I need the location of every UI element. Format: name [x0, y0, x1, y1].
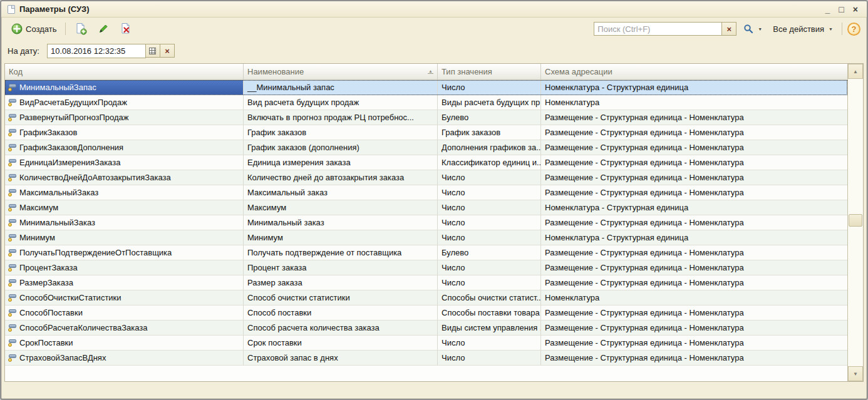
- cell-scheme[interactable]: Номенклатура: [541, 95, 847, 110]
- cell-name[interactable]: Срок поставки: [244, 336, 438, 351]
- close-icon[interactable]: ×: [853, 5, 858, 14]
- cell-type[interactable]: Число: [438, 170, 541, 185]
- scrollbar-thumb[interactable]: [849, 214, 862, 227]
- cell-scheme[interactable]: Размещение - Структурная единица - Номен…: [541, 155, 847, 170]
- column-header-type[interactable]: Тип значения: [438, 64, 541, 79]
- cell-scheme[interactable]: Размещение - Структурная единица - Номен…: [541, 185, 847, 200]
- cell-name[interactable]: Способ очистки статистики: [244, 290, 438, 305]
- table-row[interactable]: ГрафикЗаказов График заказов График зака…: [5, 125, 847, 140]
- cell-name[interactable]: Вид расчета будущих продаж: [244, 95, 438, 110]
- cell-name[interactable]: Минимум: [244, 230, 438, 245]
- cell-name[interactable]: Включать в прогноз продаж РЦ потребнос..…: [244, 110, 438, 125]
- cell-name[interactable]: Получать подтверждение от поставщика: [244, 245, 438, 260]
- cell-type[interactable]: Способы очистки статист...: [438, 290, 541, 305]
- cell-name[interactable]: График заказов (дополнения): [244, 140, 438, 155]
- cell-type[interactable]: Виды расчета будущих пр...: [438, 95, 541, 110]
- cell-scheme[interactable]: Размещение - Структурная единица - Номен…: [541, 321, 847, 336]
- cell-name[interactable]: Минимальный заказ: [244, 215, 438, 230]
- cell-code: РазвернутыйПрогнозПродаж: [19, 113, 129, 122]
- cell-scheme[interactable]: Размещение - Структурная единица - Номен…: [541, 275, 847, 290]
- column-header-scheme[interactable]: Схема адресации: [541, 64, 847, 79]
- column-header-name[interactable]: Наименование ▲: [244, 64, 438, 79]
- scroll-down-button[interactable]: ▼: [848, 366, 863, 381]
- table-row[interactable]: ЕдиницаИзмеренияЗаказа Единица измерения…: [5, 155, 847, 170]
- cell-scheme[interactable]: Номенклатура - Структурная единица: [541, 200, 847, 215]
- cell-type[interactable]: График заказов: [438, 125, 541, 140]
- cell-name[interactable]: Количество дней до автозакрытия заказа: [244, 170, 438, 185]
- cell-scheme[interactable]: Размещение - Структурная единица - Номен…: [541, 260, 847, 275]
- table-row[interactable]: Максимум Максимум Число Номенклатура - С…: [5, 200, 847, 215]
- all-actions-button[interactable]: Все действия ▼: [769, 22, 837, 36]
- cell-type[interactable]: Число: [438, 185, 541, 200]
- cell-scheme[interactable]: Размещение - Структурная единица - Номен…: [541, 140, 847, 155]
- cell-type[interactable]: Виды систем управления ...: [438, 321, 541, 336]
- maximize-icon[interactable]: □: [839, 5, 844, 14]
- copy-button[interactable]: [71, 20, 91, 38]
- search-options-button[interactable]: ▼: [740, 21, 766, 36]
- search-input[interactable]: [594, 22, 722, 36]
- cell-type[interactable]: Число: [438, 80, 541, 95]
- table-row[interactable]: СпособОчисткиСтатистики Способ очистки с…: [5, 290, 847, 305]
- table-row[interactable]: КоличествоДнейДоАвтозакрытияЗаказа Колич…: [5, 170, 847, 185]
- table-row[interactable]: ПолучатьПодтверждениеОтПоставщика Получа…: [5, 245, 847, 260]
- cell-type[interactable]: Число: [438, 230, 541, 245]
- table-row[interactable]: СрокПоставки Срок поставки Число Размеще…: [5, 336, 847, 351]
- cell-type[interactable]: Число: [438, 336, 541, 351]
- column-header-code[interactable]: Код: [5, 64, 244, 79]
- cell-name[interactable]: Единица измерения заказа: [244, 155, 438, 170]
- cell-type[interactable]: Число: [438, 215, 541, 230]
- cell-name[interactable]: Максимум: [244, 200, 438, 215]
- cell-name[interactable]: Страховой запас в днях: [244, 351, 438, 366]
- cell-scheme[interactable]: Размещение - Структурная единица - Номен…: [541, 336, 847, 351]
- minimize-icon[interactable]: _: [825, 5, 830, 14]
- table-row[interactable]: СпособПоставки Способ поставки Способы п…: [5, 305, 847, 321]
- cell-type[interactable]: Дополнения графиков за...: [438, 140, 541, 155]
- table-row[interactable]: ВидРасчетаБудущихПродаж Вид расчета буду…: [5, 95, 847, 110]
- table-row[interactable]: СпособРасчетаКоличестваЗаказа Способ рас…: [5, 321, 847, 336]
- table-row[interactable]: РазвернутыйПрогнозПродаж Включать в прог…: [5, 110, 847, 125]
- vertical-scrollbar[interactable]: ▲ ▼: [847, 64, 863, 381]
- table-row[interactable]: ПроцентЗаказа Процент заказа Число Разме…: [5, 260, 847, 275]
- cell-name[interactable]: Процент заказа: [244, 260, 438, 275]
- cell-scheme[interactable]: Размещение - Структурная единица - Номен…: [541, 351, 847, 366]
- table-row[interactable]: МинимальныйЗапас __Минимальный запас Чис…: [5, 80, 847, 95]
- table-row[interactable]: СтраховойЗапасВДнях Страховой запас в дн…: [5, 351, 847, 366]
- cell-name[interactable]: __Минимальный запас: [244, 80, 438, 95]
- cell-name[interactable]: Способ расчета количества заказа: [244, 321, 438, 336]
- cell-name[interactable]: График заказов: [244, 125, 438, 140]
- date-input[interactable]: [47, 44, 146, 58]
- table-row[interactable]: ГрафикЗаказовДополнения График заказов (…: [5, 140, 847, 155]
- table-row[interactable]: Минимум Минимум Число Номенклатура - Стр…: [5, 230, 847, 245]
- cell-type[interactable]: Булево: [438, 245, 541, 260]
- cell-name[interactable]: Максимальный заказ: [244, 185, 438, 200]
- cell-scheme[interactable]: Номенклатура: [541, 290, 847, 305]
- help-button[interactable]: ?: [847, 23, 860, 36]
- cell-type[interactable]: Число: [438, 260, 541, 275]
- cell-scheme[interactable]: Размещение - Структурная единица - Номен…: [541, 215, 847, 230]
- cell-type[interactable]: Число: [438, 351, 541, 366]
- cell-scheme[interactable]: Номенклатура - Структурная единица: [541, 80, 847, 95]
- cell-name[interactable]: Способ поставки: [244, 305, 438, 321]
- table-row[interactable]: МаксимальныйЗаказ Максимальный заказ Чис…: [5, 185, 847, 200]
- create-button[interactable]: Создать: [8, 21, 60, 37]
- cell-type[interactable]: Классификатор единиц и...: [438, 155, 541, 170]
- cell-type[interactable]: Булево: [438, 110, 541, 125]
- cell-scheme[interactable]: Номенклатура - Структурная единица: [541, 230, 847, 245]
- cell-scheme[interactable]: Размещение - Структурная единица - Номен…: [541, 245, 847, 260]
- edit-button[interactable]: [94, 21, 113, 37]
- date-clear-button[interactable]: ×: [160, 44, 175, 58]
- delete-button[interactable]: [116, 20, 136, 38]
- cell-name[interactable]: Размер заказа: [244, 275, 438, 290]
- date-picker-button[interactable]: [146, 44, 160, 58]
- table-row[interactable]: МинимальныйЗаказ Минимальный заказ Число…: [5, 215, 847, 230]
- cell-type[interactable]: Способы поставки товара: [438, 305, 541, 321]
- scroll-up-button[interactable]: ▲: [848, 64, 863, 79]
- cell-scheme[interactable]: Размещение - Структурная единица - Номен…: [541, 110, 847, 125]
- search-clear-button[interactable]: ×: [722, 22, 736, 36]
- cell-scheme[interactable]: Размещение - Структурная единица - Номен…: [541, 305, 847, 321]
- table-row[interactable]: РазмерЗаказа Размер заказа Число Размеще…: [5, 275, 847, 290]
- cell-type[interactable]: Число: [438, 200, 541, 215]
- cell-scheme[interactable]: Размещение - Структурная единица - Номен…: [541, 125, 847, 140]
- cell-scheme[interactable]: Размещение - Структурная единица - Номен…: [541, 170, 847, 185]
- cell-type[interactable]: Число: [438, 275, 541, 290]
